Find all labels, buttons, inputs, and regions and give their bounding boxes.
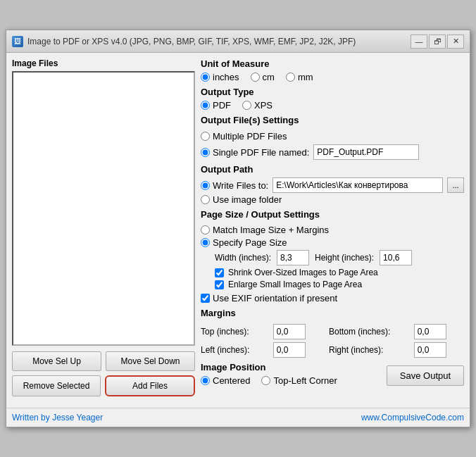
footer: Written by Jesse Yeager www.CompulsiveCo…: [6, 410, 470, 427]
single-pdf-label: Single PDF File named:: [213, 147, 309, 158]
window-title: Image to PDF or XPS v4.0 (JPG, PNG, BMP,…: [27, 37, 411, 46]
margins-title: Margins: [201, 308, 464, 318]
unit-cm-option[interactable]: cm: [251, 72, 275, 82]
output-xps-radio[interactable]: [242, 101, 251, 110]
specify-page-radio[interactable]: [201, 238, 210, 247]
enlarge-checkbox-row: Enlarge Small Images to Page Area: [215, 280, 464, 289]
left-panel: Image Files Move Sel Up Move Sel Down Re…: [12, 58, 195, 401]
enlarge-checkbox[interactable]: [215, 280, 224, 289]
move-buttons-row: Move Sel Up Move Sel Down: [12, 351, 195, 371]
output-pdf-radio[interactable]: [201, 101, 210, 110]
centered-radio[interactable]: [201, 376, 210, 385]
multiple-pdf-label: Multiple PDF Files: [213, 131, 287, 142]
unit-cm-label: cm: [263, 72, 275, 82]
single-pdf-row: Single PDF File named:: [201, 144, 464, 160]
exif-checkbox[interactable]: [201, 294, 210, 303]
match-image-radio[interactable]: [201, 225, 210, 234]
write-files-radio[interactable]: [201, 181, 210, 190]
match-image-option[interactable]: Match Image Size + Margins: [201, 225, 464, 235]
unit-of-measure-section: Unit of Measure inches cm mm: [201, 58, 464, 82]
enlarge-label: Enlarge Small Images to Page Area: [228, 280, 362, 289]
match-image-label: Match Image Size + Margins: [213, 225, 329, 235]
move-sel-up-button[interactable]: Move Sel Up: [12, 351, 101, 371]
unit-cm-radio[interactable]: [251, 73, 260, 82]
save-output-button[interactable]: Save Output: [387, 365, 464, 386]
margins-grid: Top (inches): Bottom (inches): Left (inc…: [201, 324, 464, 358]
unit-mm-label: mm: [298, 72, 313, 82]
image-position-title: Image Position: [201, 362, 337, 373]
top-left-radio[interactable]: [261, 376, 270, 385]
top-label: Top (inches):: [201, 327, 268, 337]
width-input[interactable]: [277, 250, 309, 265]
single-pdf-radio[interactable]: [201, 148, 210, 157]
output-xps-option[interactable]: XPS: [242, 100, 273, 111]
footer-divider: [6, 408, 470, 408]
width-label: Width (inches):: [215, 253, 271, 263]
filename-input[interactable]: [313, 144, 419, 160]
top-margin-input[interactable]: [273, 324, 306, 339]
top-left-option[interactable]: Top-Left Corner: [261, 375, 337, 386]
shrink-checkbox-row: Shrink Over-Sized Images to Page Area: [215, 268, 464, 277]
image-folder-option[interactable]: Use image folder: [201, 194, 464, 205]
right-label: Right (inches):: [329, 345, 408, 355]
unit-mm-radio[interactable]: [286, 73, 295, 82]
left-label: Left (inches):: [201, 345, 268, 355]
restore-button[interactable]: 🗗: [429, 35, 446, 49]
centered-label: Centered: [213, 375, 250, 386]
image-folder-radio[interactable]: [201, 195, 210, 204]
browse-button[interactable]: ...: [447, 177, 464, 193]
add-files-button[interactable]: Add Files: [105, 375, 195, 396]
specify-page-label: Specify Page Size: [213, 237, 287, 248]
page-size-title: Page Size / Output Settings: [201, 209, 464, 220]
bottom-margin-input[interactable]: [414, 324, 446, 339]
single-pdf-option[interactable]: Single PDF File named:: [201, 147, 309, 158]
height-input[interactable]: [380, 250, 412, 265]
shrink-label: Shrink Over-Sized Images to Page Area: [228, 268, 378, 277]
shrink-checkbox[interactable]: [215, 268, 224, 277]
unit-inches-radio[interactable]: [201, 73, 210, 82]
image-files-label: Image Files: [12, 58, 195, 68]
path-input[interactable]: [273, 177, 443, 193]
unit-inches-label: inches: [213, 72, 239, 82]
image-list-box[interactable]: [12, 71, 195, 346]
margins-section: Margins Top (inches): Bottom (inches): L…: [201, 308, 464, 358]
exif-checkbox-row[interactable]: Use EXIF orientation if present: [201, 293, 464, 303]
output-files-section: Output File(s) Settings Multiple PDF Fil…: [201, 115, 464, 160]
right-panel: Unit of Measure inches cm mm: [201, 58, 464, 401]
output-path-section: Output Path Write Files to: ... Use imag…: [201, 164, 464, 205]
output-pdf-option[interactable]: PDF: [201, 100, 231, 111]
footer-author: Written by Jesse Yeager: [12, 413, 103, 422]
multiple-pdf-radio[interactable]: [201, 132, 210, 141]
image-position-save-row: Image Position Centered Top-Left Corner …: [201, 362, 464, 386]
specify-page-option[interactable]: Specify Page Size: [201, 237, 464, 248]
close-button[interactable]: ✕: [447, 35, 464, 49]
file-buttons-row: Remove Selected Add Files: [12, 375, 195, 396]
move-sel-down-button[interactable]: Move Sel Down: [106, 351, 195, 371]
page-size-section: Page Size / Output Settings Match Image …: [201, 209, 464, 303]
left-margin-input[interactable]: [273, 342, 306, 358]
image-folder-label: Use image folder: [213, 194, 282, 205]
write-files-label: Write Files to:: [213, 180, 268, 191]
height-label: Height (inches):: [315, 253, 374, 263]
output-path-title: Output Path: [201, 164, 464, 175]
title-bar: 🖼 Image to PDF or XPS v4.0 (JPG, PNG, BM…: [6, 30, 470, 53]
output-files-title: Output File(s) Settings: [201, 115, 464, 125]
image-position-section: Image Position Centered Top-Left Corner: [201, 362, 337, 386]
footer-website: www.CompulsiveCode.com: [361, 413, 464, 422]
multiple-pdf-option[interactable]: Multiple PDF Files: [201, 131, 464, 142]
window-controls: — 🗗 ✕: [411, 35, 464, 49]
minimize-button[interactable]: —: [411, 35, 427, 49]
unit-of-measure-title: Unit of Measure: [201, 58, 464, 69]
unit-mm-option[interactable]: mm: [286, 72, 313, 82]
output-pdf-label: PDF: [213, 100, 231, 111]
remove-selected-button[interactable]: Remove Selected: [12, 375, 101, 396]
output-type-section: Output Type PDF XPS: [201, 87, 464, 111]
output-type-radio-row: PDF XPS: [201, 100, 464, 111]
output-type-title: Output Type: [201, 87, 464, 97]
centered-option[interactable]: Centered: [201, 375, 250, 386]
unit-inches-option[interactable]: inches: [201, 72, 239, 82]
main-window: 🖼 Image to PDF or XPS v4.0 (JPG, PNG, BM…: [6, 30, 470, 427]
app-icon: 🖼: [12, 36, 23, 47]
right-margin-input[interactable]: [414, 342, 446, 358]
write-files-option[interactable]: Write Files to:: [201, 180, 268, 191]
